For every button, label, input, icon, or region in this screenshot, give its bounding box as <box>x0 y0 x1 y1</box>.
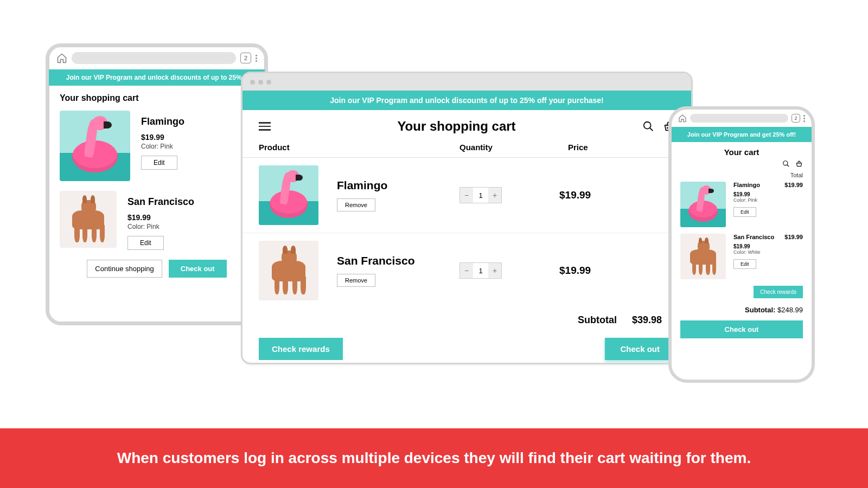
svg-point-0 <box>644 122 651 129</box>
product-color: Color: Pink <box>141 143 184 150</box>
col-product: Product <box>259 143 459 152</box>
product-color: Color: Pink <box>733 197 803 203</box>
tab-count-badge[interactable]: 2 <box>792 114 800 123</box>
product-name: Flamingo <box>141 116 184 127</box>
subtotal-label: Subtotal: <box>745 306 775 314</box>
quantity-stepper: − 1 + <box>459 187 502 203</box>
product-image <box>259 165 318 225</box>
tablet-browser-bar: 2 <box>49 47 265 69</box>
product-color: Color: White <box>733 249 803 255</box>
qty-value: 1 <box>473 191 488 200</box>
svg-line-1 <box>650 128 653 131</box>
qty-value: 1 <box>473 267 488 275</box>
edit-button[interactable]: Edit <box>127 236 164 250</box>
qty-increase-button[interactable]: + <box>488 263 501 278</box>
total-column-label: Total <box>672 172 812 178</box>
url-bar[interactable] <box>690 114 788 123</box>
promo-banner: Join our VIP Program and unlock discount… <box>49 69 265 86</box>
product-image <box>680 234 726 279</box>
product-name: Flamingo <box>337 179 459 192</box>
table-row: San Francisco Remove − 1 + $19.99 <box>242 233 691 308</box>
remove-button[interactable]: Remove <box>337 198 375 211</box>
tab-count-badge[interactable]: 2 <box>240 53 251 63</box>
check-rewards-button[interactable]: Check rewards <box>754 286 803 298</box>
edit-button[interactable]: Edit <box>141 156 177 170</box>
svg-point-6 <box>783 161 788 165</box>
search-icon[interactable] <box>642 120 654 132</box>
line-total: $19.99 <box>784 234 803 240</box>
desktop-window: Join our VIP Program and unlock discount… <box>241 72 693 364</box>
url-bar[interactable] <box>72 52 236 64</box>
qty-decrease-button[interactable]: − <box>460 263 473 278</box>
window-traffic-lights <box>242 73 691 91</box>
phone-device: 2 Join our VIP Program and get 25% off! … <box>668 106 815 383</box>
table-row: Flamingo Remove − 1 + $19.99 <box>242 158 691 233</box>
cart-title: Your shopping cart <box>60 93 254 103</box>
subtotal-value: $39.98 <box>632 314 662 326</box>
home-icon[interactable] <box>56 53 67 63</box>
tablet-device: 2 Join our VIP Program and unlock discou… <box>46 43 268 325</box>
qty-decrease-button[interactable]: − <box>460 188 473 203</box>
table-header: Product Quantity Price <box>242 143 691 158</box>
cart-item: San Francisco $19.99 Color: Pink Edit <box>60 191 254 250</box>
product-name: San Francisco <box>733 234 774 240</box>
edit-button[interactable]: Edit <box>733 259 756 269</box>
subtotal-label: Subtotal <box>578 314 617 326</box>
hamburger-menu-icon[interactable] <box>259 122 271 131</box>
cart-title: Your shopping cart <box>397 119 515 134</box>
cart-item: Flamingo $19.99 Color: Pink Edit <box>60 111 254 181</box>
remove-button[interactable]: Remove <box>337 274 375 287</box>
product-color: Color: Pink <box>127 223 194 230</box>
search-icon[interactable] <box>782 160 790 168</box>
line-price: $19.99 <box>559 265 591 277</box>
product-name: Flamingo <box>733 182 760 188</box>
cart-item: San Francisco $19.99 $19.99 Color: White… <box>672 230 812 282</box>
col-quantity: Quantity <box>459 143 568 152</box>
line-price: $19.99 <box>559 189 591 201</box>
checkout-button[interactable]: Check out <box>680 320 803 338</box>
check-rewards-button[interactable]: Check rewards <box>259 338 343 360</box>
kebab-menu-icon[interactable] <box>803 115 805 122</box>
svg-line-7 <box>787 165 789 167</box>
promo-banner: Join our VIP Program and unlock discount… <box>242 91 691 110</box>
product-image <box>259 241 318 300</box>
marketing-caption: When customers log in across multiple de… <box>0 428 868 488</box>
cart-title: Your cart <box>672 147 812 157</box>
product-price: $19.99 <box>733 191 803 197</box>
qty-increase-button[interactable]: + <box>488 188 501 203</box>
kebab-menu-icon[interactable] <box>256 55 257 62</box>
home-icon[interactable] <box>678 114 687 123</box>
marketing-caption-text: When customers log in across multiple de… <box>117 450 751 467</box>
product-image <box>60 111 130 181</box>
col-price: Price <box>568 143 675 152</box>
product-name: San Francisco <box>337 254 459 267</box>
cart-item: Flamingo $19.99 $19.99 Color: Pink Edit <box>672 178 812 230</box>
product-price: $19.99 <box>733 243 803 249</box>
checkout-button[interactable]: Check out <box>169 260 227 278</box>
edit-button[interactable]: Edit <box>733 207 756 217</box>
continue-shopping-button[interactable]: Continue shopping <box>87 260 162 278</box>
product-price: $19.99 <box>141 133 184 142</box>
product-name: San Francisco <box>127 196 194 208</box>
product-image <box>680 182 726 227</box>
product-image <box>60 191 117 248</box>
product-price: $19.99 <box>127 213 194 222</box>
quantity-stepper: − 1 + <box>459 262 502 279</box>
subtotal-value: $248.99 <box>777 306 803 314</box>
line-total: $19.99 <box>784 182 803 188</box>
checkout-button[interactable]: Check out <box>605 338 675 360</box>
phone-browser-bar: 2 <box>672 110 812 127</box>
basket-icon[interactable] <box>795 160 803 168</box>
promo-banner: Join our VIP Program and get 25% off! <box>672 127 812 142</box>
